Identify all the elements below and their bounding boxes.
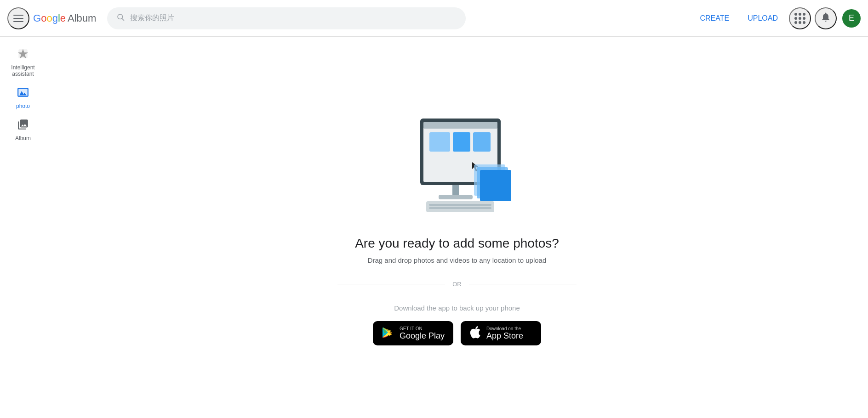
google-play-button[interactable]: GET IT ON Google Play <box>373 321 453 345</box>
create-button[interactable]: CREATE <box>692 11 737 26</box>
notification-button[interactable] <box>815 7 837 29</box>
svg-rect-13 <box>480 170 511 201</box>
sidebar-label-assistant: Intelligent assistant <box>11 64 34 77</box>
svg-line-1 <box>122 18 124 20</box>
album-icon <box>17 119 29 133</box>
bell-icon <box>820 11 831 25</box>
google-play-pre-text: GET IT ON <box>400 326 445 331</box>
menu-button[interactable] <box>7 7 29 29</box>
sidebar-item-album[interactable]: Album <box>3 115 43 145</box>
search-icon <box>116 13 125 23</box>
sidebar-label-album: Album <box>15 135 31 141</box>
sidebar: Intelligent assistant photo Album <box>0 37 46 418</box>
download-text: Download the app to back up your phone <box>394 304 520 312</box>
svg-rect-17 <box>429 204 491 206</box>
sidebar-label-photo: photo <box>16 103 30 109</box>
logo-album-text: Album <box>68 12 96 24</box>
store-buttons: GET IT ON Google Play Download on the Ap… <box>373 321 541 345</box>
svg-rect-8 <box>453 132 470 152</box>
apple-icon <box>469 326 481 341</box>
app-store-name: App Store <box>486 331 523 341</box>
avatar[interactable]: E <box>842 9 861 28</box>
app-store-text: Download on the App Store <box>486 326 523 341</box>
header-actions: CREATE UPLOAD E <box>692 7 861 29</box>
svg-rect-6 <box>423 122 497 129</box>
app-store-button[interactable]: Download on the App Store <box>461 321 541 345</box>
divider-line-right <box>469 284 577 284</box>
google-play-text: GET IT ON Google Play <box>400 326 445 341</box>
svg-rect-7 <box>429 132 450 152</box>
svg-rect-15 <box>439 195 473 199</box>
upload-illustration <box>395 109 519 221</box>
google-play-name: Google Play <box>400 331 445 341</box>
assistant-icon <box>17 48 29 62</box>
photo-icon <box>17 86 29 101</box>
app-store-pre-text: Download on the <box>486 326 523 331</box>
google-play-icon <box>381 326 394 341</box>
divider-line-left <box>337 284 445 284</box>
sidebar-item-assistant[interactable]: Intelligent assistant <box>3 44 43 81</box>
sidebar-item-photo[interactable]: photo <box>3 83 43 113</box>
logo[interactable]: Google Album <box>33 12 96 24</box>
or-divider: OR <box>337 281 577 288</box>
header: Google Album 搜索你的照片 CREATE UPLOAD <box>0 0 868 37</box>
main-subtitle: Drag and drop photos and videos to any l… <box>368 256 547 264</box>
hamburger-icon <box>13 15 23 22</box>
svg-rect-9 <box>473 132 491 152</box>
upload-button[interactable]: UPLOAD <box>740 11 785 26</box>
search-bar[interactable]: 搜索你的照片 <box>107 7 466 29</box>
apps-grid-icon <box>794 13 805 24</box>
divider-text: OR <box>452 281 462 288</box>
search-placeholder: 搜索你的照片 <box>130 13 174 23</box>
svg-rect-14 <box>452 185 459 195</box>
main-content: Are you ready to add some photos? Drag a… <box>46 37 868 418</box>
apps-button[interactable] <box>789 7 811 29</box>
svg-rect-16 <box>426 201 494 212</box>
svg-rect-18 <box>429 207 491 209</box>
logo-google-text: Google <box>33 12 66 24</box>
main-title: Are you ready to add some photos? <box>355 236 559 251</box>
